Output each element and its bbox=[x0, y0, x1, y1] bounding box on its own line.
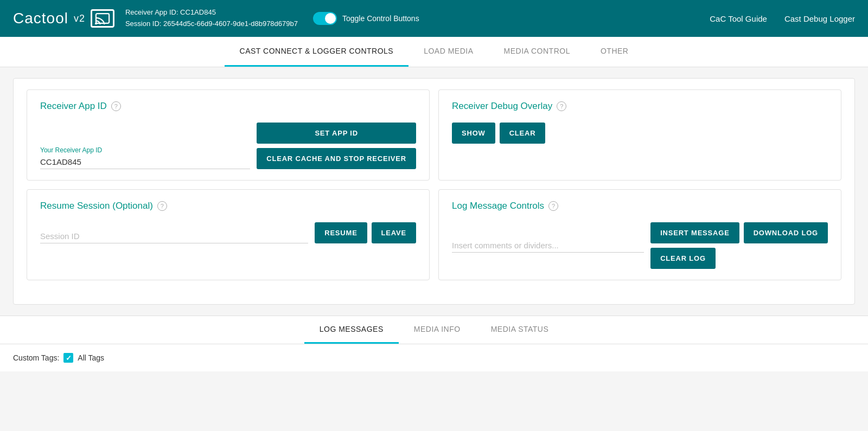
outer-card: Receiver App ID ? Your Receiver App ID S… bbox=[13, 78, 855, 305]
log-message-help-icon[interactable]: ? bbox=[548, 201, 558, 211]
receiver-app-id-card: Receiver App ID ? Your Receiver App ID S… bbox=[27, 89, 430, 181]
receiver-app-id-input-section: Your Receiver App ID bbox=[40, 146, 250, 169]
brand-version: v2 bbox=[74, 13, 85, 24]
bottom-cards-grid: Resume Session (Optional) ? RESUME LEAVE bbox=[27, 189, 841, 280]
nav-cac-tool-guide[interactable]: CaC Tool Guide bbox=[710, 14, 767, 23]
receiver-app-id-input[interactable] bbox=[40, 155, 250, 169]
log-message-title: Log Message Controls ? bbox=[452, 201, 828, 211]
resume-button[interactable]: RESUME bbox=[315, 222, 367, 243]
bottom-section: LOG MESSAGES MEDIA INFO MEDIA STATUS Cus… bbox=[0, 316, 868, 371]
app-header: Cactool v2 Receiver App ID: CC1AD845 Ses… bbox=[0, 0, 868, 37]
resume-session-card: Resume Session (Optional) ? RESUME LEAVE bbox=[27, 189, 430, 280]
main-content: Receiver App ID ? Your Receiver App ID S… bbox=[0, 67, 868, 316]
receiver-app-id-title: Receiver App ID ? bbox=[40, 101, 416, 112]
receiver-app-id-body: Your Receiver App ID SET APP ID CLEAR CA… bbox=[40, 123, 416, 169]
header-nav: CaC Tool Guide Cast Debug Logger bbox=[710, 14, 855, 23]
log-controls-body: INSERT MESSAGE DOWNLOAD LOG CLEAR LOG bbox=[452, 222, 828, 269]
session-id-input[interactable] bbox=[40, 229, 308, 243]
toggle-section: Toggle Control Buttons bbox=[313, 12, 419, 25]
log-top-buttons: INSERT MESSAGE DOWNLOAD LOG bbox=[650, 222, 828, 243]
all-tags-checkbox[interactable] bbox=[63, 353, 73, 363]
bottom-tab-media-status[interactable]: MEDIA STATUS bbox=[476, 316, 564, 344]
download-log-button[interactable]: DOWNLOAD LOG bbox=[744, 222, 828, 243]
bottom-tabs: LOG MESSAGES MEDIA INFO MEDIA STATUS bbox=[0, 316, 868, 344]
receiver-app-id-header: Receiver App ID: CC1AD845 bbox=[125, 7, 298, 18]
tab-media-control[interactable]: MEDIA CONTROL bbox=[489, 37, 585, 67]
top-cards-grid: Receiver App ID ? Your Receiver App ID S… bbox=[27, 89, 841, 181]
tab-load-media[interactable]: LOAD MEDIA bbox=[409, 37, 488, 67]
nav-cast-debug-logger[interactable]: Cast Debug Logger bbox=[784, 14, 855, 23]
bottom-tab-log-messages[interactable]: LOG MESSAGES bbox=[304, 316, 399, 344]
set-app-id-button[interactable]: SET APP ID bbox=[257, 123, 416, 144]
leave-button[interactable]: LEAVE bbox=[372, 222, 416, 243]
custom-tags-label: Custom Tags: bbox=[13, 353, 59, 362]
clear-overlay-button[interactable]: CLEAR bbox=[500, 123, 546, 144]
resume-session-body: RESUME LEAVE bbox=[40, 222, 416, 243]
receiver-debug-title: Receiver Debug Overlay ? bbox=[452, 101, 828, 112]
resume-session-title: Resume Session (Optional) ? bbox=[40, 201, 416, 211]
clear-log-button[interactable]: CLEAR LOG bbox=[650, 248, 716, 269]
resume-session-input-section bbox=[40, 229, 308, 243]
log-comment-input[interactable] bbox=[452, 239, 644, 253]
bottom-content: Custom Tags: All Tags bbox=[0, 344, 868, 371]
insert-message-button[interactable]: INSERT MESSAGE bbox=[650, 222, 739, 243]
toggle-label: Toggle Control Buttons bbox=[342, 14, 419, 23]
session-id-header: Session ID: 26544d5c-66d9-4607-9de1-d8b9… bbox=[125, 18, 298, 30]
show-overlay-button[interactable]: SHOW bbox=[452, 123, 495, 144]
log-message-buttons: INSERT MESSAGE DOWNLOAD LOG CLEAR LOG bbox=[650, 222, 828, 269]
clear-cache-button[interactable]: CLEAR CACHE AND STOP RECEIVER bbox=[257, 148, 416, 169]
receiver-debug-card: Receiver Debug Overlay ? SHOW CLEAR bbox=[438, 89, 841, 181]
tab-cast-connect[interactable]: CAST CONNECT & LOGGER CONTROLS bbox=[225, 37, 409, 67]
receiver-app-id-help-icon[interactable]: ? bbox=[111, 101, 121, 111]
brand-name: Cactool bbox=[13, 10, 68, 27]
session-info: Receiver App ID: CC1AD845 Session ID: 26… bbox=[125, 7, 298, 30]
all-tags-label: All Tags bbox=[78, 353, 104, 362]
tab-other[interactable]: OTHER bbox=[585, 37, 644, 67]
resume-session-help-icon[interactable]: ? bbox=[157, 201, 167, 211]
bottom-tab-media-info[interactable]: MEDIA INFO bbox=[399, 316, 476, 344]
receiver-app-id-input-label: Your Receiver App ID bbox=[40, 146, 250, 154]
receiver-app-id-buttons: SET APP ID CLEAR CACHE AND STOP RECEIVER bbox=[257, 123, 416, 169]
main-tabs: CAST CONNECT & LOGGER CONTROLS LOAD MEDI… bbox=[0, 37, 868, 67]
custom-tags-row: Custom Tags: All Tags bbox=[13, 353, 855, 363]
receiver-debug-help-icon[interactable]: ? bbox=[557, 101, 566, 111]
log-message-card: Log Message Controls ? INSERT MESSAGE DO… bbox=[438, 189, 841, 280]
brand-logo: Cactool v2 bbox=[13, 9, 114, 28]
log-bottom-button: CLEAR LOG bbox=[650, 248, 828, 269]
receiver-debug-buttons: SHOW CLEAR bbox=[452, 123, 828, 144]
resume-session-buttons: RESUME LEAVE bbox=[315, 222, 416, 243]
cast-icon bbox=[91, 9, 114, 28]
toggle-control-buttons[interactable] bbox=[313, 12, 337, 25]
